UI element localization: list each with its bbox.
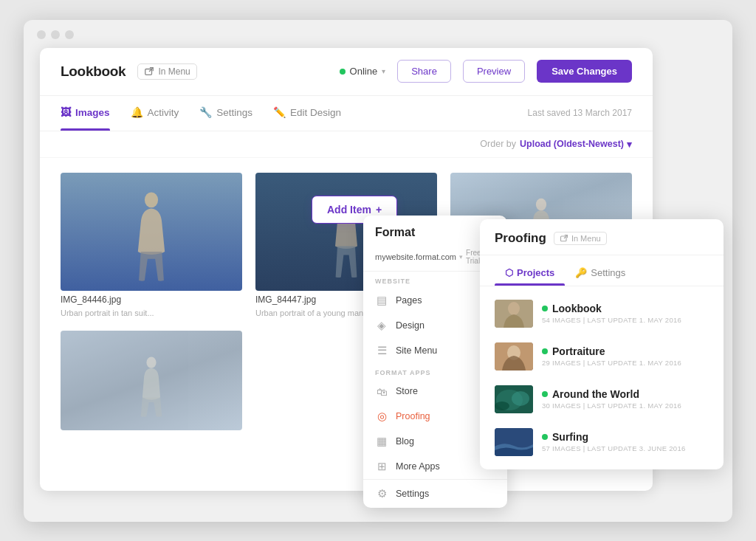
svg-point-1 bbox=[145, 192, 158, 207]
project-item-surfing[interactable]: Surfing 57 IMAGES | LAST UPDATE 3. JUNE … bbox=[480, 421, 724, 464]
person-figure-1 bbox=[128, 184, 176, 291]
project-meta-around-world: 30 IMAGES | LAST UPDATE 1. MAY 2016 bbox=[542, 402, 709, 410]
project-dot-portraiture bbox=[542, 348, 548, 354]
nav-site-menu-label: Site Menu bbox=[396, 345, 437, 356]
ptab-projects[interactable]: ⬡ Projects bbox=[495, 263, 565, 286]
add-item-label: Add Item bbox=[327, 204, 371, 216]
project-dot-surfing bbox=[542, 434, 548, 440]
order-value[interactable]: Upload (Oldest-Newest) ▾ bbox=[520, 139, 632, 150]
proofing-header: Proofing In Menu bbox=[480, 219, 724, 255]
nav-settings-label: Settings bbox=[396, 489, 429, 499]
export-icon bbox=[144, 66, 154, 77]
nav-proofing-label: Proofing bbox=[396, 411, 430, 421]
proofing-icon: ◎ bbox=[375, 410, 388, 423]
store-icon: 🛍 bbox=[375, 385, 388, 398]
project-name-row-around-world: Around the World bbox=[542, 388, 709, 400]
project-thumb-lookbook bbox=[495, 300, 533, 328]
traffic-lights bbox=[37, 30, 74, 39]
proofing-title: Proofing bbox=[495, 231, 546, 246]
project-item-lookbook[interactable]: Lookbook 54 IMAGES | LAST UPDATE 1. MAY … bbox=[480, 292, 724, 335]
pencil-icon: ✏️ bbox=[273, 106, 286, 118]
svg-point-4 bbox=[146, 356, 156, 368]
project-info-surfing: Surfing 57 IMAGES | LAST UPDATE 3. JUNE … bbox=[542, 431, 709, 452]
image-thumb-1 bbox=[61, 173, 242, 291]
tab-edit-design-label: Edit Design bbox=[290, 107, 341, 118]
nav-store-label: Store bbox=[396, 386, 418, 396]
wrench-icon: 🔧 bbox=[199, 106, 212, 118]
format-title: Format bbox=[375, 226, 415, 239]
order-value-text: Upload (Oldest-Newest) bbox=[520, 139, 624, 149]
online-label: Online bbox=[350, 66, 378, 77]
tab-activity[interactable]: 🔔 Activity bbox=[131, 96, 179, 131]
outer-frame: Lookbook In Menu Online ▾ Share Preview … bbox=[24, 20, 732, 522]
project-info-around-world: Around the World 30 IMAGES | LAST UPDATE… bbox=[542, 388, 709, 410]
site-menu-icon: ☰ bbox=[375, 344, 388, 357]
blog-icon: ▦ bbox=[375, 435, 388, 448]
project-name-row-surfing: Surfing bbox=[542, 431, 709, 443]
chevron-down-order-icon: ▾ bbox=[627, 139, 632, 150]
project-item-portraiture[interactable]: Portraiture 29 IMAGES | LAST UPDATE 1. M… bbox=[480, 335, 724, 378]
project-meta-lookbook: 54 IMAGES | LAST UPDATE 1. MAY 2016 bbox=[542, 316, 709, 324]
nav-more-apps-label: More Apps bbox=[396, 461, 440, 472]
traffic-dot-green bbox=[65, 30, 74, 39]
image-thumb-4 bbox=[61, 331, 242, 430]
project-item-around-world[interactable]: Around the World 30 IMAGES | LAST UPDATE… bbox=[480, 378, 724, 421]
image-card-4[interactable] bbox=[61, 331, 242, 430]
lookbook-thumb-image bbox=[495, 300, 533, 328]
project-thumb-surfing bbox=[495, 428, 533, 456]
in-menu-badge[interactable]: In Menu bbox=[137, 63, 196, 80]
project-name-surfing: Surfing bbox=[552, 431, 588, 443]
folder-icon: ⬡ bbox=[505, 267, 513, 278]
nav-settings[interactable]: ⚙ Settings bbox=[363, 479, 507, 508]
nav-design-label: Design bbox=[396, 320, 425, 331]
pages-icon: ▤ bbox=[375, 294, 388, 307]
chevron-url-icon: ▾ bbox=[459, 253, 463, 261]
in-menu-label: In Menu bbox=[158, 66, 190, 77]
project-name-row-portraiture: Portraiture bbox=[542, 345, 709, 357]
tab-edit-design[interactable]: ✏️ Edit Design bbox=[273, 96, 341, 131]
ptab-settings-label: Settings bbox=[591, 267, 625, 278]
project-name-lookbook: Lookbook bbox=[552, 303, 602, 314]
image-desc-1: Urban portrait in tan suit... bbox=[61, 309, 242, 317]
last-saved: Last saved 13 March 2017 bbox=[528, 108, 632, 118]
project-thumb-portraiture bbox=[495, 342, 533, 371]
tab-images[interactable]: 🖼 Images bbox=[61, 96, 110, 131]
surfing-thumb-image bbox=[495, 428, 533, 456]
ptab-projects-label: Projects bbox=[517, 267, 554, 278]
main-tabs: 🖼 Images 🔔 Activity 🔧 Settings ✏️ Edit D… bbox=[40, 96, 653, 131]
main-toolbar: Order by Upload (Oldest-Newest) ▾ bbox=[40, 131, 653, 158]
tab-settings-label: Settings bbox=[216, 107, 252, 118]
proofing-in-menu-label: In Menu bbox=[571, 234, 601, 243]
svg-point-3 bbox=[536, 198, 546, 210]
format-url[interactable]: mywebsite.format.com ▾ Free Trial bbox=[375, 249, 485, 265]
images-icon: 🖼 bbox=[61, 106, 71, 118]
svg-point-12 bbox=[512, 391, 529, 406]
design-icon: ◈ bbox=[375, 319, 388, 332]
chevron-down-icon: ▾ bbox=[382, 67, 385, 75]
portraiture-thumb-image bbox=[495, 342, 533, 371]
proofing-tabs: ⬡ Projects 🔑 Settings bbox=[480, 255, 724, 286]
bell-icon: 🔔 bbox=[131, 106, 143, 118]
tab-activity-label: Activity bbox=[148, 107, 179, 118]
traffic-dot-red bbox=[37, 30, 46, 39]
export-icon-proofing bbox=[560, 234, 568, 243]
online-badge[interactable]: Online ▾ bbox=[340, 66, 386, 77]
project-dot-lookbook bbox=[542, 306, 548, 311]
project-info-portraiture: Portraiture 29 IMAGES | LAST UPDATE 1. M… bbox=[542, 345, 709, 367]
app-title: Lookbook bbox=[61, 63, 126, 80]
order-label: Order by bbox=[480, 139, 516, 149]
project-list: Lookbook 54 IMAGES | LAST UPDATE 1. MAY … bbox=[480, 286, 724, 469]
project-name-portraiture: Portraiture bbox=[552, 345, 605, 357]
image-card-1[interactable]: IMG_84446.jpg Urban portrait in tan suit… bbox=[61, 173, 242, 317]
settings-icon: ⚙ bbox=[375, 487, 388, 500]
share-button[interactable]: Share bbox=[397, 60, 451, 83]
proofing-in-menu[interactable]: In Menu bbox=[554, 232, 607, 245]
image-name-1: IMG_84446.jpg bbox=[61, 294, 242, 305]
save-changes-button[interactable]: Save Changes bbox=[537, 60, 632, 83]
proofing-panel: Proofing In Menu ⬡ Projects 🔑 Settings bbox=[480, 219, 724, 469]
ptab-settings[interactable]: 🔑 Settings bbox=[565, 263, 636, 286]
tab-settings[interactable]: 🔧 Settings bbox=[199, 96, 252, 131]
tab-images-label: Images bbox=[75, 107, 110, 118]
preview-button[interactable]: Preview bbox=[463, 60, 525, 83]
project-meta-surfing: 57 IMAGES | LAST UPDATE 3. JUNE 2016 bbox=[542, 444, 709, 452]
